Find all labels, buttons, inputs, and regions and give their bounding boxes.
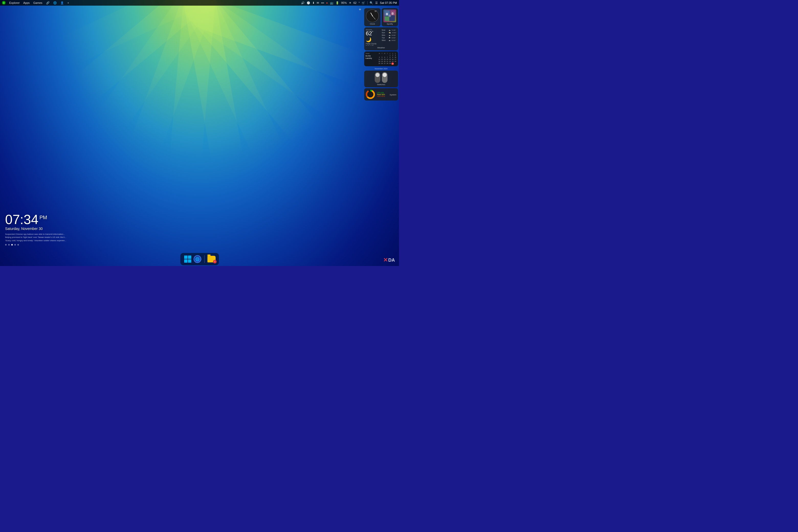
- forecast-day-4: Tue 🌧 54/42°: [382, 37, 396, 39]
- desktop-clock: 07:34PM Saturday, November 30 Suspected …: [5, 213, 66, 246]
- xda-icon: ✕ DA: [383, 257, 395, 263]
- globe-icon: 🌐: [194, 255, 201, 263]
- menubar-right: 🔊 🕐 ⬇ ✉ ••• ● 📺 🔋 95% ☀ 62° 🛒 🔍 ☰ Sat 07…: [301, 1, 397, 5]
- battery-icon[interactable]: 🔋: [336, 1, 339, 5]
- folder-taskbar-button[interactable]: 3: [207, 254, 216, 264]
- menubar: 4 Explorer Apps Games 🔗 🌐 👤 + 🔊 🕐 ⬇ ✉ ••…: [0, 0, 399, 6]
- download-icon[interactable]: ⬇: [312, 1, 315, 5]
- svg-rect-6: [392, 12, 394, 15]
- clock-face: 12: [366, 10, 379, 22]
- menu-explorer[interactable]: Explorer: [9, 1, 20, 4]
- browser-icon[interactable]: 🌐: [53, 1, 57, 5]
- weather-description: Partly Cloudy: [366, 43, 380, 44]
- menubar-time: Sat 07:35 PM: [380, 1, 397, 4]
- circle-icon[interactable]: ●: [326, 1, 328, 4]
- app-icon[interactable]: 4: [2, 1, 6, 5]
- reminders-section: Today Do the Laundry: [365, 53, 377, 65]
- taskbar-separator: [204, 255, 205, 263]
- system-widget[interactable]: CPU 6% RAM 58% HDD 85% System: [364, 88, 398, 100]
- calendar-widget[interactable]: Today Do the Laundry M T W T F S S 1 2 3: [364, 52, 398, 66]
- svg-rect-5: [386, 13, 388, 15]
- news-dot-5[interactable]: [17, 244, 19, 246]
- xda-logo: ✕ DA: [383, 257, 395, 263]
- weather-forecast: Now ☁ 71/48° Sun ⛅ 57/65° Mon ☁ 54/48° T…: [382, 29, 396, 41]
- taskbar-dock: 🌐 3: [180, 253, 219, 265]
- news-dot-2[interactable]: [8, 244, 10, 246]
- folder-icon: 3: [207, 256, 215, 262]
- mail-icon[interactable]: ✉: [317, 1, 319, 5]
- news-dot-1[interactable]: [5, 244, 7, 246]
- weather-temperature: 62°: [366, 31, 380, 36]
- forecast-day-1: Now ☁ 71/48°: [382, 29, 396, 31]
- clock-minute-hand: [373, 16, 376, 19]
- svg-rect-3: [385, 16, 389, 21]
- clock-widget[interactable]: 12 Clock: [364, 8, 381, 26]
- menu-games[interactable]: Games: [33, 1, 42, 4]
- menu-apps[interactable]: Apps: [23, 1, 30, 4]
- calendar-grid: M T W T F S S 1 2 3 4 5 6 7 8: [378, 53, 397, 65]
- clock-widget-label: Clock: [370, 23, 375, 25]
- calendar-widget-label: November 2024: [364, 68, 398, 70]
- widget-add-button[interactable]: +: [359, 7, 361, 12]
- news-dot-3[interactable]: [11, 244, 13, 246]
- cart-icon[interactable]: 🛒: [362, 1, 365, 5]
- brightness-icon[interactable]: ☀: [349, 1, 352, 5]
- volume-icon[interactable]: 🔊: [301, 1, 305, 5]
- face-icon[interactable]: 👤: [60, 1, 64, 5]
- link-icon[interactable]: 🔗: [46, 1, 50, 5]
- weather-hilo: H 71°, L 55°: [366, 44, 380, 46]
- news-dots: [5, 244, 66, 246]
- weather-left: Socorro 62° 🌙 Partly Cloudy H 71°, L 55°: [366, 29, 380, 46]
- spotify-widget-label: Spotify: [387, 23, 393, 25]
- forecast-day-2: Sun ⛅ 57/65°: [382, 32, 396, 34]
- forecast-day-3: Mon ☁ 54/48°: [382, 34, 396, 36]
- browser-taskbar-button[interactable]: 🌐: [193, 254, 202, 264]
- switch-left-knob: [376, 73, 380, 77]
- system-usage-ring: [366, 90, 375, 99]
- forecast-day-5: Wed ☁ 54/42°: [382, 39, 396, 41]
- clock-center-dot: [372, 16, 373, 16]
- battery-pct: 95%: [341, 1, 347, 4]
- news-item-1: Suspected Chinese spy balloon was able t…: [5, 233, 66, 236]
- weather-widget[interactable]: Socorro 62° 🌙 Partly Cloudy H 71°, L 55°…: [364, 27, 398, 51]
- clock-icon[interactable]: 🕐: [307, 1, 310, 5]
- start-button[interactable]: [183, 254, 193, 264]
- system-ring-inner: [367, 91, 374, 97]
- more-icon[interactable]: •••: [321, 1, 324, 4]
- switch-right[interactable]: [382, 72, 387, 83]
- desktop-time-suffix: PM: [39, 214, 47, 220]
- xda-x-letter: ✕: [383, 257, 388, 263]
- menubar-left: 4 Explorer Apps Games 🔗 🌐 👤 +: [2, 1, 301, 5]
- reminder-header: Today: [365, 53, 377, 54]
- add-icon[interactable]: +: [68, 1, 69, 4]
- news-dot-4[interactable]: [14, 244, 16, 246]
- spotify-album-art: [383, 10, 396, 22]
- widget-panel: 12 Clock: [363, 7, 399, 101]
- news-item-3: 'Scary, cold, hungry and lonely': Volunt…: [5, 239, 66, 243]
- news-item-2: Beijing promised to 'fight back' over Ta…: [5, 236, 66, 239]
- reminder-item: Do the Laundry: [365, 55, 377, 59]
- menu-icon[interactable]: ☰: [375, 1, 378, 5]
- ram-stat: RAM 58%: [377, 94, 387, 95]
- desktop-date-display: Saturday, November 30: [5, 227, 66, 231]
- tv-icon[interactable]: 📺: [330, 1, 334, 5]
- xda-text: DA: [388, 258, 395, 263]
- spotify-widget[interactable]: Spotify: [382, 8, 398, 26]
- search-icon[interactable]: 🔍: [369, 1, 373, 5]
- spotify-album-svg: [385, 11, 395, 21]
- weather-main-icon: 🌙: [366, 37, 380, 42]
- system-stats: CPU 6% RAM 58% HDD 85%: [377, 92, 387, 97]
- clock-spotify-row: 12 Clock: [364, 8, 398, 26]
- taskbar: 🌐 3: [0, 252, 399, 266]
- today-date[interactable]: 30: [391, 62, 394, 65]
- switch-left[interactable]: [375, 72, 380, 83]
- system-widget-label: System: [390, 94, 396, 96]
- cpu-stat: CPU 6%: [377, 92, 387, 94]
- hdd-stat: HDD 85%: [377, 95, 387, 97]
- switch-right-knob: [383, 73, 387, 77]
- switches-widget-label: Switches: [377, 83, 385, 86]
- desktop-time-value: 07:34: [5, 212, 38, 227]
- weather-widget-label: Weather: [366, 46, 396, 49]
- switches-widget[interactable]: Switches: [364, 71, 398, 87]
- weather-main: Socorro 62° 🌙 Partly Cloudy H 71°, L 55°…: [366, 29, 396, 46]
